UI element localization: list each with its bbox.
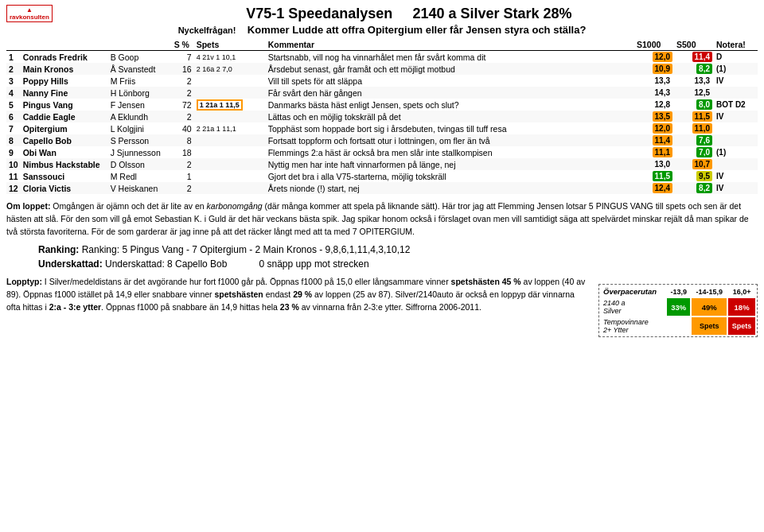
notera-cell: IV <box>714 170 758 182</box>
start-pct: 72 <box>172 99 194 111</box>
pace-h3: 16,0+ <box>728 286 755 297</box>
table-row: 9Obi WanJ Sjunnesson18Flemmings 2:a häst… <box>6 146 758 158</box>
s500-cell: 11,4 <box>674 51 714 64</box>
score-badge: 10,9 <box>653 64 672 74</box>
score-badge: 10,7 <box>692 159 712 169</box>
spets-cell <box>194 75 266 87</box>
horse-name: Sanssouci <box>21 170 108 182</box>
pace-label2: Tempovinnare2+ Ytter <box>601 317 665 335</box>
driver-name: B Goop <box>108 51 172 64</box>
horse-name: Opitergium <box>21 122 108 134</box>
om-loppet-section: Om loppet: Omgången är ojämn och det är … <box>6 200 758 238</box>
start-pct: 18 <box>172 146 194 158</box>
table-row: 6Caddie EagleA Eklundh2Lättas och en möj… <box>6 111 758 122</box>
comment-cell: Startsnabb, vill nog ha vinnarhålet men … <box>266 51 634 64</box>
horse-name: Main Kronos <box>21 63 108 75</box>
notera-cell: IV <box>714 75 758 87</box>
pace-header-row: Överpacerutan -13,9 -14-15,9 16,0+ <box>601 286 755 297</box>
score-badge: 11,5 <box>692 111 712 122</box>
s500-cell: 9,5 <box>674 170 714 182</box>
lopptype-section: Lopptyp: I Silver/medeldistans är det av… <box>6 276 591 313</box>
notera-cell: (1) <box>714 146 758 158</box>
horse-name: Cloria Victis <box>21 182 108 194</box>
logo-text: ravkonsulten <box>10 14 49 21</box>
header: ▲ ravkonsulten V75-1 Speedanalysen 2140 … <box>6 5 758 22</box>
spets-cell: 2 16a 2 7,0 <box>194 63 266 75</box>
table-row: 2Main KronosÅ Svanstedt162 16a 2 7,0Årsd… <box>6 63 758 75</box>
col-s500: S500 <box>674 39 714 51</box>
table-row: 5Pingus VangF Jensen721 21a 1 11,5Danmar… <box>6 99 758 111</box>
bottom-left: Lopptyp: I Silver/medeldistans är det av… <box>6 276 591 313</box>
score-badge: 8,0 <box>696 99 712 110</box>
start-pct: 2 <box>172 87 194 99</box>
table-row: 3Poppy HillsM Friis2Vill till spets för … <box>6 75 758 87</box>
score-badge: 9,5 <box>696 171 712 181</box>
score-badge: 13,0 <box>653 159 672 169</box>
comment-cell: Årsdebut senast, går framåt och ett möjl… <box>266 63 634 75</box>
s500-cell: 7,6 <box>674 134 714 146</box>
lopptype-label: Lopptyp: <box>6 277 42 286</box>
start-pct: 1 <box>172 170 194 182</box>
score-badge: 8,2 <box>696 183 712 193</box>
s1000-cell: 13,5 <box>634 111 674 122</box>
driver-name: Å Svanstedt <box>108 63 172 75</box>
score-badge: 12,8 <box>653 99 672 110</box>
notera-cell <box>714 122 758 134</box>
s500-cell: 10,7 <box>674 158 714 170</box>
row-nr: 2 <box>6 63 21 75</box>
spets-cell: 4 21v 1 10,1 <box>194 51 266 64</box>
score-badge: 7,0 <box>696 147 712 157</box>
pace-val1-2: 49% <box>692 298 727 316</box>
table-row: 11SanssouciM Redl1Gjort det bra i alla V… <box>6 170 758 182</box>
notera-cell: IV <box>714 182 758 194</box>
table-header-row: S % Spets Kommentar S1000 S500 Notera! <box>6 39 758 51</box>
spets-cell <box>194 146 266 158</box>
table-row: 12Cloria VictisV Heiskanen2Årets nionde … <box>6 182 758 194</box>
driver-name: A Eklundh <box>108 111 172 122</box>
underskattad2-text: 0 snäpp upp mot strecken <box>259 258 368 270</box>
score-badge: 13,5 <box>653 111 672 122</box>
start-pct: 2 <box>172 182 194 194</box>
pace-title-cell: Överpacerutan <box>601 286 665 297</box>
score-badge: 11,4 <box>692 52 712 62</box>
horse-name: Nanny Fine <box>21 87 108 99</box>
s1000-cell: 11,4 <box>634 134 674 146</box>
score-badge: 12,5 <box>692 87 712 98</box>
col-notera: Notera! <box>714 39 758 51</box>
pace-row2: Tempovinnare2+ Ytter Spets Spets <box>601 317 755 335</box>
notera-cell <box>714 158 758 170</box>
subtitle: Nyckelfrågan! Kommer Ludde att offra Opi… <box>6 24 758 36</box>
score-badge: 11,4 <box>653 135 672 146</box>
s1000-cell: 12,4 <box>634 182 674 194</box>
notera-cell: BOT D2 <box>714 99 758 111</box>
bottom-wrapper: Lopptyp: I Silver/medeldistans är det av… <box>6 276 758 337</box>
comment-cell: Vill till spets för att släppa <box>266 75 634 87</box>
notera-cell: IV <box>714 111 758 122</box>
spets-cell <box>194 111 266 122</box>
s1000-cell: 12,8 <box>634 99 674 111</box>
lopptype-body: I Silver/medeldistans är det avgörande h… <box>6 277 585 312</box>
row-nr: 8 <box>6 134 21 146</box>
s500-cell: 7,0 <box>674 146 714 158</box>
driver-name: H Lönborg <box>108 87 172 99</box>
col-comment: Kommentar <box>266 39 634 51</box>
driver-name: D Olsson <box>108 158 172 170</box>
pace-row1: 2140 aSilver 33% 49% 18% <box>601 298 755 316</box>
comment-cell: Lättas och en möjlig tokskräll på det <box>266 111 634 122</box>
s1000-cell: 12,0 <box>634 122 674 134</box>
race-info: 2140 a Silver Stark 28% <box>412 6 571 21</box>
col-driver <box>108 39 172 51</box>
pace-val2-3: Spets <box>728 317 755 335</box>
pace-val2-2: Spets <box>692 317 727 335</box>
horse-name: Poppy Hills <box>21 75 108 87</box>
s1000-cell: 10,9 <box>634 63 674 75</box>
s500-cell: 11,0 <box>674 122 714 134</box>
horse-name: Caddie Eagle <box>21 111 108 122</box>
driver-name: J Sjunnesson <box>108 146 172 158</box>
horse-name: Capello Bob <box>21 134 108 146</box>
pace-h2: -14-15,9 <box>692 286 727 297</box>
table-row: 7OpitergiumL Kolgjini402 21a 1 11,1Topph… <box>6 122 758 134</box>
col-s1000: S1000 <box>634 39 674 51</box>
s500-cell: 12,5 <box>674 87 714 99</box>
driver-name: F Jensen <box>108 99 172 111</box>
